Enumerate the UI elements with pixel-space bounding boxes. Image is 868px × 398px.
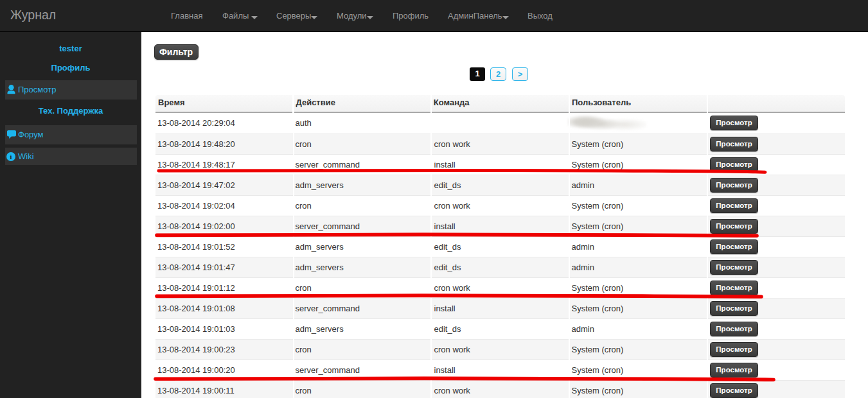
svg-text:i: i [10,153,12,160]
